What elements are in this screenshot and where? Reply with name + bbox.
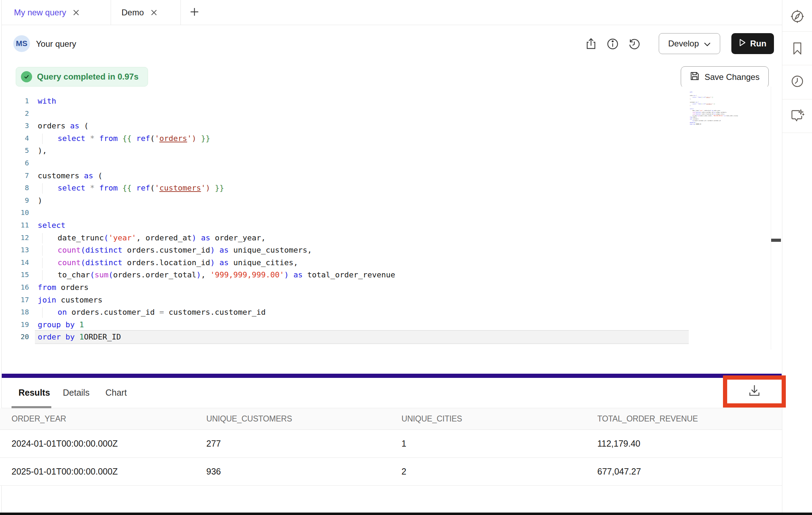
close-icon[interactable]	[72, 9, 80, 16]
save-changes-button[interactable]: Save Changes	[681, 66, 769, 88]
table-cell: 2025-01-01T00:00:00.000Z	[12, 467, 206, 477]
bookmark-icon[interactable]	[782, 38, 812, 59]
query-header: MS Your query Develop	[2, 25, 782, 59]
close-icon[interactable]	[150, 9, 158, 16]
floppy-icon	[690, 71, 700, 83]
table-row: 2024-01-01T00:00:00.000Z2771112,179.40	[0, 430, 782, 458]
code-line[interactable]: order by 1ORDER_ID	[38, 331, 395, 343]
info-icon[interactable]	[606, 37, 620, 51]
right-sidebar	[782, 0, 812, 513]
column-header: ORDER_YEAR	[12, 414, 206, 424]
play-icon	[739, 39, 746, 48]
code-line[interactable]: with	[38, 95, 395, 107]
clock-icon[interactable]	[782, 71, 812, 91]
history-icon[interactable]	[627, 37, 641, 51]
avatar[interactable]: MS	[13, 35, 30, 52]
tab-my-new-query[interactable]: My new query	[3, 0, 111, 25]
sql-editor[interactable]: 1234567891011121314151617181920 with ord…	[2, 87, 782, 374]
code-line[interactable]: date_trunc('year', ordered_at) as order_…	[38, 232, 395, 244]
share-icon[interactable]	[584, 37, 598, 51]
code-line[interactable]: orders as (	[38, 120, 395, 132]
column-header: UNIQUE_CITIES	[401, 414, 597, 424]
code-line[interactable]	[38, 157, 395, 170]
new-tab-button[interactable]	[183, 0, 206, 25]
page-title: Your query	[36, 39, 76, 49]
sidebar-divider	[782, 65, 812, 65]
results-tab-results[interactable]: Results	[19, 388, 50, 398]
download-icon	[747, 383, 762, 400]
panel-resize-divider[interactable]	[2, 374, 782, 378]
window-bottom-edge	[0, 513, 812, 515]
results-tab-bar: ResultsDetailsChart	[2, 378, 782, 408]
save-label: Save Changes	[704, 72, 759, 82]
table-cell: 277	[206, 439, 401, 449]
column-header: UNIQUE_CUSTOMERS	[206, 414, 401, 424]
code-line[interactable]: count(distinct orders.customer_id) as un…	[38, 244, 395, 256]
status-message: Query completed in 0.97s	[37, 72, 139, 82]
sidebar-divider	[782, 31, 812, 32]
tab-label: My new query	[14, 8, 66, 17]
code-line[interactable]: )	[38, 194, 395, 207]
table-row: 2025-01-01T00:00:00.000Z9362677,047.27	[0, 458, 782, 486]
code-line[interactable]: join customers	[38, 294, 395, 306]
code-line[interactable]: from orders	[38, 281, 395, 294]
table-cell: 2	[401, 467, 597, 477]
results-tab-details[interactable]: Details	[63, 388, 89, 398]
code-line[interactable]	[38, 207, 395, 219]
code-line[interactable]: on orders.customer_id = customers.custom…	[38, 306, 395, 319]
scrollbar-thumb[interactable]	[771, 239, 781, 242]
plus-icon	[190, 7, 199, 18]
code-line[interactable]: select	[38, 219, 395, 232]
table-body: 2024-01-01T00:00:00.000Z2771112,179.4020…	[0, 430, 782, 486]
app-window: My new query Demo MS Your query	[0, 0, 812, 515]
code-line[interactable]: to_char(sum(orders.order_total), '999,99…	[38, 269, 395, 281]
scrollbar-track	[771, 87, 771, 350]
results-table: ORDER_YEARUNIQUE_CUSTOMERSUNIQUE_CITIEST…	[0, 408, 782, 486]
editor-gutter: 1234567891011121314151617181920	[3, 95, 29, 343]
table-cell: 2024-01-01T00:00:00.000Z	[12, 439, 206, 449]
code-line[interactable]: select * from {{ ref('customers') }}	[38, 182, 395, 194]
status-badge: Query completed in 0.97s	[16, 67, 148, 87]
editor-minimap[interactable]: with orders as (select * from {{ ref('or…	[690, 91, 746, 128]
table-header-row: ORDER_YEARUNIQUE_CUSTOMERSUNIQUE_CITIEST…	[0, 408, 782, 430]
code-line[interactable]: customers as (	[38, 170, 395, 182]
annotation-highlight-box	[723, 375, 786, 408]
code-line[interactable]: ),	[38, 144, 395, 157]
column-header: TOTAL_ORDER_REVENUE	[597, 414, 782, 424]
tab-label: Demo	[121, 8, 144, 17]
code-line[interactable]: to_char(sum(orders.order_total), '999,99…	[690, 115, 746, 117]
code-line[interactable]: select * from {{ ref('orders') }}	[38, 132, 395, 145]
tab-bar: My new query Demo	[2, 0, 782, 25]
editor-code[interactable]: with orders as (select * from {{ ref('or…	[38, 95, 395, 343]
run-label: Run	[750, 39, 767, 48]
tab-divider	[180, 0, 181, 25]
develop-dropdown[interactable]: Develop	[659, 33, 720, 54]
run-button[interactable]: Run	[731, 33, 774, 54]
code-line[interactable]	[38, 107, 395, 120]
sidebar-divider	[782, 133, 812, 133]
tab-demo[interactable]: Demo	[111, 0, 181, 25]
code-line[interactable]: order by 1ORDER_ID	[690, 123, 746, 125]
table-cell: 1	[401, 439, 597, 449]
chevron-down-icon	[704, 39, 711, 48]
code-line[interactable]: group by 1	[38, 319, 395, 331]
develop-label: Develop	[668, 39, 699, 48]
table-cell: 677,047.27	[597, 467, 782, 477]
sidebar-divider	[782, 99, 812, 99]
ai-chat-icon[interactable]	[782, 105, 812, 126]
code-line[interactable]: count(distinct orders.location_id) as un…	[38, 256, 395, 269]
compass-icon[interactable]	[782, 6, 812, 27]
results-tab-chart[interactable]: Chart	[105, 388, 127, 398]
table-cell: 936	[206, 467, 401, 477]
download-button[interactable]	[747, 384, 762, 399]
table-cell: 112,179.40	[597, 439, 782, 449]
check-circle-icon	[21, 71, 32, 82]
